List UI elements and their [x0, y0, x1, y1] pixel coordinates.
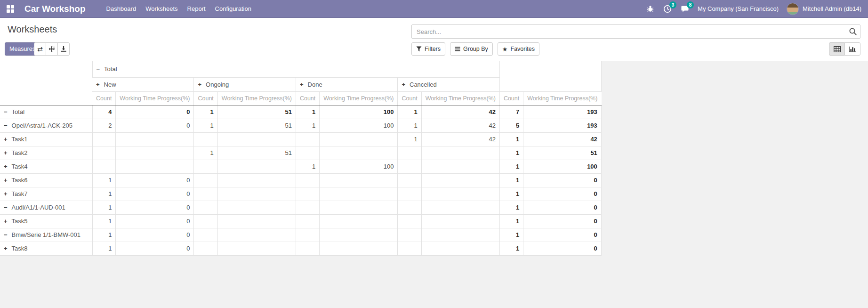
expand-all-button[interactable]: [46, 42, 58, 56]
favorites-label: Favorites: [511, 46, 535, 52]
collapse-icon[interactable]: −: [4, 122, 8, 129]
row-label: Task6: [12, 177, 28, 184]
measure-header-count[interactable]: Count: [194, 91, 217, 105]
measure-header-progress[interactable]: Working Time Progress(%): [116, 91, 194, 105]
app-brand[interactable]: Car Workshop: [24, 4, 86, 14]
messages-chat-icon[interactable]: 8: [680, 4, 690, 14]
row-header[interactable]: −Audi/A1/1-AUD-001: [0, 201, 92, 214]
group-by-label: Group By: [463, 46, 488, 52]
row-header[interactable]: −Bmw/Serie 1/1-BMW-001: [0, 228, 92, 242]
debug-bug-icon[interactable]: [645, 4, 655, 14]
pivot-row: +Task71010: [0, 187, 601, 201]
group-by-button[interactable]: Group By: [450, 42, 493, 56]
pivot-view-button[interactable]: [829, 42, 845, 56]
row-header[interactable]: +Task8: [0, 242, 92, 255]
download-button[interactable]: [57, 42, 70, 56]
pivot-cell: 2: [92, 119, 116, 132]
row-header[interactable]: +Task2: [0, 146, 92, 160]
pivot-cell: 1: [296, 105, 319, 119]
measure-header-progress[interactable]: Working Time Progress(%): [421, 91, 499, 105]
search-icon[interactable]: [846, 27, 860, 36]
swap-arrows-icon: ⇄: [37, 45, 43, 53]
expand-icon[interactable]: +: [4, 136, 8, 143]
menu-item-dashboard[interactable]: Dashboard: [102, 0, 141, 18]
row-header[interactable]: +Task7: [0, 187, 92, 201]
favorites-button[interactable]: ★ Favorites: [498, 42, 539, 56]
measure-header-count[interactable]: Count: [92, 91, 116, 105]
pivot-cell: 42: [421, 132, 499, 146]
row-label: Audi/A1/1-AUD-001: [12, 204, 65, 211]
user-avatar[interactable]: [787, 3, 799, 15]
row-header[interactable]: +Task1: [0, 132, 92, 146]
filters-button[interactable]: Filters: [411, 42, 445, 56]
company-switcher[interactable]: My Company (San Francisco): [698, 5, 779, 12]
pivot-cell: [421, 201, 499, 214]
expand-icon[interactable]: +: [4, 245, 8, 252]
expand-icon[interactable]: +: [4, 163, 8, 170]
bars-icon: [455, 46, 460, 52]
measure-header-count[interactable]: Count: [398, 91, 421, 105]
view-switcher: [829, 42, 860, 56]
pivot-row: +Task61010: [0, 173, 601, 187]
activities-clock-icon[interactable]: 3: [663, 4, 672, 14]
expand-icon[interactable]: +: [4, 218, 8, 225]
menu-item-configuration[interactable]: Configuration: [210, 0, 256, 18]
row-header[interactable]: +Task6: [0, 173, 92, 187]
column-group-ongoing[interactable]: +Ongoing: [194, 77, 296, 91]
pivot-cell: 1: [92, 242, 116, 255]
pivot-cell: 5: [499, 119, 523, 132]
collapse-icon[interactable]: −: [4, 108, 8, 115]
pivot-cell: 0: [523, 214, 602, 228]
pivot-cell: [116, 146, 194, 160]
collapse-icon[interactable]: −: [4, 204, 8, 211]
expand-icon[interactable]: +: [300, 81, 304, 88]
measure-header-progress[interactable]: Working Time Progress(%): [523, 91, 602, 105]
column-group-new[interactable]: +New: [92, 77, 194, 91]
pivot-cell: [320, 132, 398, 146]
pivot-cell: 0: [523, 228, 602, 242]
pivot-cell: [296, 214, 319, 228]
pivot-tools: ⇄: [34, 42, 70, 56]
pivot-cell: 100: [320, 105, 398, 119]
row-header[interactable]: +Task5: [0, 214, 92, 228]
expand-icon[interactable]: +: [402, 81, 405, 88]
column-group-cancelled[interactable]: +Cancelled: [398, 77, 499, 91]
pivot-cell: [217, 160, 296, 173]
search-input[interactable]: [412, 28, 846, 35]
menu-item-worksheets[interactable]: Worksheets: [141, 0, 182, 18]
measure-header-progress[interactable]: Working Time Progress(%): [320, 91, 398, 105]
search-box: [411, 24, 860, 39]
pivot-cell: [421, 187, 499, 201]
pivot-cell: 0: [116, 119, 194, 132]
row-header[interactable]: −Opel/Astra/1-ACK-205: [0, 119, 92, 132]
apps-menu-icon[interactable]: [7, 5, 15, 13]
expand-icon[interactable]: +: [4, 149, 8, 156]
menu-item-report[interactable]: Report: [183, 0, 210, 18]
user-menu[interactable]: Mitchell Admin (db14): [803, 5, 861, 12]
measure-header-progress[interactable]: Working Time Progress(%): [217, 91, 296, 105]
graph-view-button[interactable]: [844, 42, 860, 56]
total-column-spacer: [499, 61, 601, 91]
navbar-systray: 3 8 My Company (San Francisco) Mitchell …: [645, 3, 861, 15]
measure-header-count[interactable]: Count: [296, 91, 319, 105]
row-header[interactable]: +Task4: [0, 160, 92, 173]
pivot-cell: [320, 214, 398, 228]
pivot-cell: 42: [523, 132, 602, 146]
expand-icon[interactable]: +: [96, 81, 100, 88]
pivot-cell: 100: [320, 160, 398, 173]
row-header[interactable]: −Total: [0, 105, 92, 119]
expand-icon[interactable]: +: [4, 177, 8, 184]
collapse-icon[interactable]: −: [96, 65, 100, 73]
pivot-cell: [421, 146, 499, 160]
table-grid-icon: [834, 46, 841, 52]
expand-icon[interactable]: +: [198, 81, 201, 88]
flip-axis-button[interactable]: ⇄: [34, 42, 46, 56]
column-total-header[interactable]: −Total: [92, 61, 499, 77]
pivot-cell: [398, 242, 421, 255]
column-group-done[interactable]: +Done: [296, 77, 397, 91]
pivot-cell: 0: [116, 105, 194, 119]
collapse-icon[interactable]: −: [4, 231, 8, 238]
measure-header-count[interactable]: Count: [499, 91, 523, 105]
pivot-cell: 51: [217, 146, 296, 160]
expand-icon[interactable]: +: [4, 190, 8, 197]
